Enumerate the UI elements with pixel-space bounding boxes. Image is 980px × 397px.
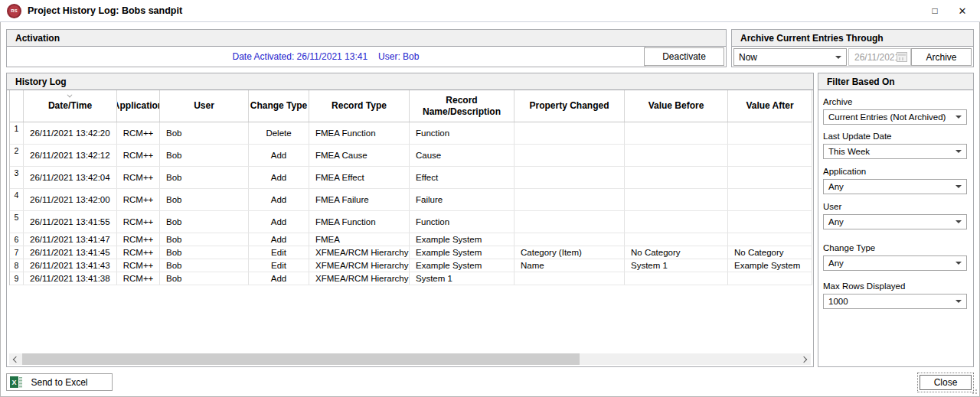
cell-user: Bob — [160, 167, 249, 188]
filter-panel-title: Filter Based On — [818, 73, 973, 90]
cell-value_before — [625, 145, 728, 166]
table-header-row: Date/TimeApplicationUserChange TypeRecor… — [10, 90, 812, 122]
cell-property_changed — [514, 189, 625, 210]
table-row[interactable]: 126/11/2021 13:42:20RCM++BobDeleteFMEA F… — [10, 122, 812, 145]
chevron-down-icon — [956, 262, 962, 265]
reliasoft-app-icon: RS — [7, 4, 21, 18]
archive-date-field[interactable]: 26/11/2021 — [848, 48, 911, 66]
row-number: 7 — [10, 246, 24, 259]
filter-dropdown[interactable]: Any — [823, 255, 967, 271]
cell-value_before — [625, 122, 728, 144]
filter-dropdown[interactable]: Any — [823, 214, 967, 229]
close-button-focus-ring: Close — [917, 373, 974, 392]
filter-label: Application — [823, 167, 967, 177]
table-row[interactable]: 726/11/2021 13:41:45RCM++BobEditXFMEA/RC… — [10, 246, 812, 259]
scrollbar-thumb[interactable] — [22, 353, 580, 365]
resize-grip[interactable] — [971, 388, 977, 394]
chevron-down-icon — [956, 150, 962, 153]
close-window-icon[interactable]: ✕ — [945, 0, 980, 21]
column-header[interactable]: Value Before — [625, 90, 728, 122]
cell-property_changed: Category (Item) — [514, 246, 625, 259]
table-row[interactable]: 526/11/2021 13:41:55RCM++BobAddFMEA Func… — [10, 211, 812, 233]
cell-user: Bob — [160, 272, 249, 285]
row-number: 2 — [10, 145, 24, 166]
cell-value_after — [728, 211, 812, 233]
cell-application: RCM++ — [117, 167, 160, 188]
deactivate-button[interactable]: Deactivate — [644, 47, 724, 66]
cell-application: RCM++ — [117, 259, 160, 272]
cell-value_after — [728, 122, 812, 144]
sort-indicator-icon — [67, 93, 73, 96]
cell-application: RCM++ — [117, 122, 160, 144]
archive-group: Archive Current Entries Through Now 26/1… — [731, 29, 974, 67]
chevron-down-icon — [956, 116, 962, 119]
column-header[interactable]: Change Type — [249, 90, 309, 122]
filter-dropdown[interactable]: This Week — [823, 144, 967, 159]
filter-field: UserAny — [823, 202, 967, 229]
send-to-excel-button[interactable]: X Send to Excel — [6, 373, 113, 391]
scroll-right-icon[interactable] — [799, 353, 811, 365]
cell-record_name: Function — [410, 211, 514, 233]
column-header[interactable]: Record Type — [309, 90, 410, 122]
table-row[interactable]: 426/11/2021 13:42:00RCM++BobAddFMEA Fail… — [10, 189, 812, 211]
filter-label: Max Rows Displayed — [823, 281, 967, 292]
table-row[interactable]: 626/11/2021 13:41:47RCM++BobAddFMEAExamp… — [10, 233, 812, 246]
cell-application: RCM++ — [117, 189, 160, 210]
cell-datetime: 26/11/2021 13:41:45 — [24, 246, 117, 259]
cell-application: RCM++ — [117, 233, 160, 246]
column-header[interactable]: Application — [117, 90, 160, 122]
table-row[interactable]: 826/11/2021 13:41:43RCM++BobEditXFMEA/RC… — [10, 259, 812, 272]
column-header[interactable]: Date/Time — [24, 90, 117, 122]
history-log-group-title: History Log — [7, 73, 813, 90]
cell-value_after: Example System — [728, 259, 812, 272]
column-header[interactable]: Record Name/Description — [410, 90, 514, 122]
cell-value_after — [728, 167, 812, 188]
cell-value_before — [625, 233, 728, 246]
table-body: 126/11/2021 13:42:20RCM++BobDeleteFMEA F… — [10, 122, 812, 285]
filter-dropdown[interactable]: Any — [823, 179, 967, 194]
close-button[interactable]: Close — [920, 375, 972, 390]
horizontal-scrollbar[interactable] — [9, 353, 811, 365]
row-number: 3 — [10, 167, 24, 188]
cell-record_type: XFMEA/RCM Hierarchy Item — [309, 246, 410, 259]
cell-property_changed — [514, 211, 625, 233]
title-bar: RS Project History Log: Bobs sandpit □ ✕ — [0, 0, 980, 22]
cell-change_type: Add — [249, 145, 309, 166]
cell-datetime: 26/11/2021 13:42:00 — [24, 189, 117, 210]
calendar-icon[interactable] — [897, 52, 907, 62]
column-header[interactable]: User — [160, 90, 249, 122]
row-number: 1 — [10, 122, 24, 144]
activation-group: Activation Date Activated: 26/11/2021 13… — [6, 29, 727, 67]
table-row[interactable]: 926/11/2021 13:41:38RCM++BobAddXFMEA/RCM… — [10, 272, 812, 285]
column-header[interactable]: Property Changed — [514, 90, 625, 122]
cell-value_before: System 1 — [625, 259, 728, 272]
row-number-header — [10, 90, 24, 122]
cell-value_after — [728, 145, 812, 166]
cell-datetime: 26/11/2021 13:41:47 — [24, 233, 117, 246]
cell-value_after — [728, 233, 812, 246]
cell-record_type: FMEA Function — [309, 122, 410, 144]
cell-user: Bob — [160, 145, 249, 166]
cell-record_name: Example System — [410, 233, 514, 246]
send-to-excel-label: Send to Excel — [31, 377, 87, 388]
filter-field: ArchiveCurrent Entries (Not Archived) — [823, 97, 967, 125]
filter-dropdown[interactable]: Current Entries (Not Archived) — [823, 109, 967, 125]
filter-panel: Filter Based On ArchiveCurrent Entries (… — [818, 73, 974, 367]
filter-dropdown[interactable]: 1000 — [823, 294, 967, 309]
row-number: 5 — [10, 211, 24, 233]
cell-record_type: FMEA Effect — [309, 167, 410, 188]
table-row[interactable]: 326/11/2021 13:42:04RCM++BobAddFMEA Effe… — [10, 167, 812, 189]
cell-application: RCM++ — [117, 246, 160, 259]
cell-user: Bob — [160, 259, 249, 272]
archive-through-dropdown[interactable]: Now — [733, 48, 847, 66]
scroll-left-icon[interactable] — [9, 353, 21, 365]
cell-user: Bob — [160, 211, 249, 233]
archive-through-value: Now — [739, 52, 757, 63]
cell-datetime: 26/11/2021 13:42:20 — [24, 122, 117, 144]
table-row[interactable]: 226/11/2021 13:42:12RCM++BobAddFMEA Caus… — [10, 145, 812, 167]
archive-button[interactable]: Archive — [911, 48, 972, 66]
cell-record_name: Function — [410, 122, 514, 144]
cell-user: Bob — [160, 189, 249, 210]
activation-date-text: Date Activated: 26/11/2021 13:41 — [233, 51, 368, 62]
column-header[interactable]: Value After — [728, 90, 812, 122]
